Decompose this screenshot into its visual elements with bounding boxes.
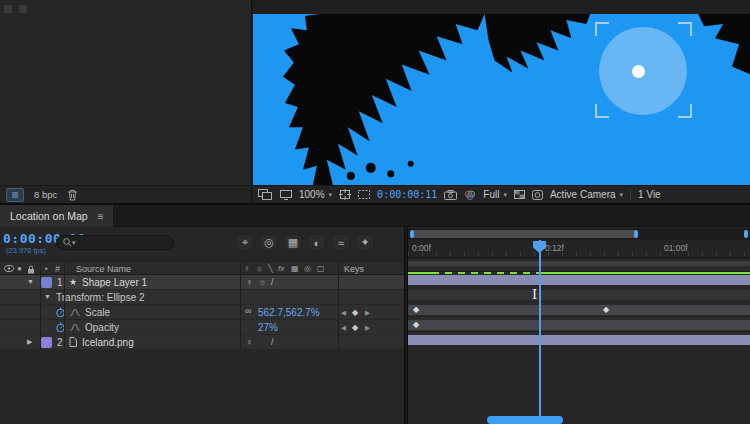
collapse-switch-icon[interactable]: ♀ bbox=[244, 264, 250, 273]
collapse-switch-icon[interactable]: ♀ bbox=[246, 277, 253, 287]
next-keyframe-icon[interactable]: ▶ bbox=[365, 309, 370, 317]
layer-duration-bar[interactable] bbox=[408, 275, 750, 285]
next-keyframe-icon[interactable]: ▶ bbox=[365, 324, 370, 332]
quality-switch-icon[interactable]: ╲ bbox=[268, 264, 273, 273]
chevron-down-icon[interactable]: ▾ bbox=[329, 191, 333, 199]
layer-row-iceland-png[interactable]: ▶ 2 Iceland.png ♀ / bbox=[0, 335, 404, 350]
track-row-transform-group[interactable] bbox=[408, 287, 750, 302]
track-row-shape-layer-1[interactable] bbox=[408, 272, 750, 287]
property-label[interactable]: Opacity bbox=[85, 322, 119, 333]
rasterize-switch-icon[interactable]: ☼ bbox=[258, 277, 266, 287]
navigator-start-handle[interactable] bbox=[410, 230, 414, 238]
current-time-indicator-line[interactable] bbox=[539, 240, 541, 424]
view-layout-dropdown[interactable]: 1 Vie bbox=[638, 189, 661, 200]
solo-icon[interactable]: ● bbox=[17, 264, 22, 273]
resolution-dropdown[interactable]: Full bbox=[483, 189, 499, 200]
chevron-down-icon[interactable]: ▾ bbox=[503, 191, 507, 199]
scale-value[interactable]: 562.7,562.7% bbox=[258, 307, 320, 318]
brainstorm-icon[interactable]: ≈ bbox=[332, 234, 350, 251]
lock-icon[interactable] bbox=[27, 265, 35, 274]
zoom-region-icon[interactable] bbox=[339, 189, 351, 200]
layer-name[interactable]: Iceland.png bbox=[82, 337, 134, 348]
twirl-closed-icon[interactable]: ▶ bbox=[27, 338, 32, 346]
source-name-column-header[interactable]: Source Name bbox=[76, 264, 131, 274]
bit-depth-button[interactable]: 8 bpc bbox=[34, 189, 57, 200]
quality-switch-icon[interactable]: / bbox=[271, 337, 274, 347]
previous-keyframe-icon[interactable]: ◀ bbox=[341, 324, 346, 332]
selection-corner-icon[interactable] bbox=[678, 104, 692, 118]
label-color-swatch[interactable] bbox=[41, 277, 52, 288]
navigator-end-handle[interactable] bbox=[634, 230, 638, 238]
track-row-iceland-png[interactable] bbox=[408, 332, 750, 347]
transparency-grid-icon[interactable] bbox=[514, 190, 525, 199]
track-row-opacity[interactable]: ◆ bbox=[408, 317, 750, 332]
keyframe-icon[interactable]: ◆ bbox=[413, 305, 419, 314]
rasterize-switch-icon[interactable]: ☼ bbox=[256, 264, 263, 273]
layer-name[interactable]: Shape Layer 1 bbox=[82, 277, 147, 288]
property-row-opacity[interactable]: Opacity 27% ◀ ◆ ▶ bbox=[0, 320, 404, 335]
previous-keyframe-icon[interactable]: ◀ bbox=[341, 309, 346, 317]
snapshot-camera-icon[interactable] bbox=[444, 190, 457, 200]
work-area-bar[interactable] bbox=[408, 261, 750, 266]
timeline-tab[interactable]: Location on Map ≡ bbox=[0, 205, 114, 227]
selection-corner-icon[interactable] bbox=[595, 22, 609, 36]
show-channels-icon[interactable] bbox=[464, 190, 476, 200]
opacity-value[interactable]: 27% bbox=[258, 322, 278, 333]
index-column-header[interactable]: # bbox=[55, 264, 60, 274]
time-ruler[interactable]: 0:00f 0:12f 01:00f bbox=[408, 240, 750, 258]
always-preview-icon[interactable] bbox=[258, 189, 273, 200]
layer-selection-bounds[interactable] bbox=[595, 22, 692, 118]
view-camera-dropdown[interactable]: Active Camera bbox=[550, 189, 616, 200]
property-row-scale[interactable]: Scale ∞ 562.7,562.7% ◀ ◆ ▶ bbox=[0, 305, 404, 320]
trash-icon[interactable] bbox=[67, 189, 78, 201]
frame-blend-switch-icon[interactable]: ▦ bbox=[291, 264, 299, 273]
primary-viewer-icon[interactable] bbox=[280, 190, 292, 200]
link-dimensions-icon[interactable]: ∞ bbox=[245, 306, 251, 316]
panel-icon[interactable] bbox=[4, 5, 12, 13]
keys-column-header[interactable]: Keys bbox=[344, 264, 364, 274]
preview-timecode[interactable]: 0:00:00:11 bbox=[377, 189, 437, 200]
layer-row-shape-layer-1[interactable]: ▼ 1 ★ Shape Layer 1 ♀ ☼ / bbox=[0, 275, 404, 290]
panel-icon[interactable] bbox=[19, 5, 27, 13]
graph-editor-icon[interactable]: ✦ bbox=[356, 234, 374, 251]
property-group-label[interactable]: Transform: Ellipse 2 bbox=[56, 292, 145, 303]
property-label[interactable]: Scale bbox=[85, 307, 110, 318]
twirl-open-icon[interactable]: ▼ bbox=[44, 293, 51, 300]
chevron-down-icon[interactable]: ▾ bbox=[620, 191, 624, 199]
time-navigator-thumb[interactable] bbox=[410, 230, 638, 238]
quality-switch-icon[interactable]: / bbox=[271, 277, 274, 287]
navigator-end-bracket[interactable] bbox=[744, 230, 748, 238]
composition-view[interactable] bbox=[253, 14, 750, 185]
label-color-swatch[interactable] bbox=[41, 337, 52, 348]
three-d-switch-icon[interactable]: ▢ bbox=[317, 264, 325, 273]
fx-switch-icon[interactable]: fx bbox=[278, 264, 284, 273]
add-keyframe-icon[interactable]: ◆ bbox=[352, 308, 358, 317]
video-eye-icon[interactable] bbox=[4, 265, 14, 272]
label-column-icon[interactable]: ▪ bbox=[45, 264, 48, 273]
frame-blend-toggle-icon[interactable]: ▦ bbox=[284, 234, 302, 251]
collapse-switch-icon[interactable]: ♀ bbox=[246, 337, 253, 347]
timeline-search-field[interactable]: ▾ bbox=[56, 235, 174, 250]
layer-duration-bar[interactable] bbox=[408, 335, 750, 345]
region-of-interest-icon[interactable] bbox=[358, 190, 370, 199]
twirl-open-icon[interactable]: ▼ bbox=[27, 278, 34, 285]
graph-editor-include-icon[interactable] bbox=[70, 323, 80, 332]
shy-toggle-icon[interactable]: ◎ bbox=[260, 234, 278, 251]
search-options-chevron-icon[interactable]: ▾ bbox=[72, 239, 76, 247]
panel-menu-icon[interactable]: ≡ bbox=[98, 211, 104, 222]
selection-corner-icon[interactable] bbox=[595, 104, 609, 118]
keyframe-icon[interactable]: ◆ bbox=[603, 305, 609, 314]
track-row-scale[interactable]: ◆ ◆ bbox=[408, 302, 750, 317]
add-keyframe-icon[interactable]: ◆ bbox=[352, 323, 358, 332]
property-group-row-transform[interactable]: ▼ Transform: Ellipse 2 bbox=[0, 290, 404, 305]
motion-blur-toggle-icon[interactable]: ◐ bbox=[308, 234, 326, 251]
keyframe-icon[interactable]: ◆ bbox=[413, 320, 419, 329]
time-navigator[interactable] bbox=[408, 228, 750, 240]
horizontal-scrollbar-thumb[interactable] bbox=[487, 416, 563, 424]
mask-visibility-icon[interactable] bbox=[532, 190, 543, 200]
selection-corner-icon[interactable] bbox=[678, 22, 692, 36]
graph-editor-include-icon[interactable] bbox=[70, 308, 80, 317]
motion-blur-switch-icon[interactable]: ◎ bbox=[304, 264, 311, 273]
preview-thumbnail-icon[interactable]: ▥ bbox=[6, 188, 24, 202]
composition-mini-flowchart-icon[interactable]: ⌖ bbox=[236, 234, 254, 251]
